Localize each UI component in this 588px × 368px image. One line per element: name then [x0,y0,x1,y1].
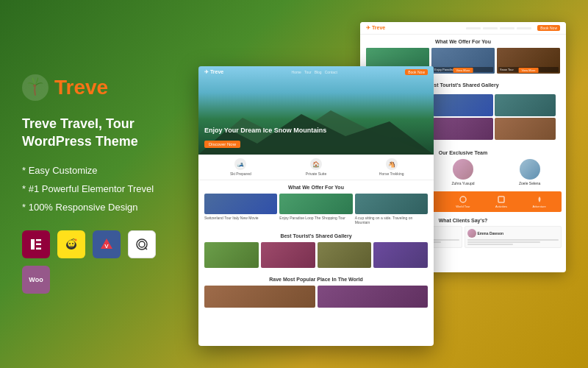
front-offer-cards: Switzerland Tour Italy New Movie Enjoy P… [204,194,428,224]
offer-card-3: Snow Tour View More [497,48,560,74]
features-list: * Easy Customize * #1 Powerful Elementor… [22,165,184,213]
svg-point-1 [33,85,36,88]
offer-card-2: Enjoy Paradise View More [431,48,495,74]
front-gallery-title: Best Tourist's Shared Gallery [204,233,428,238]
feat-horse: 🐴 Horse Trekking [355,158,428,176]
feat-private: 🏠 Private Suite [280,158,353,176]
feature-icon-5: Adventure [532,196,545,208]
front-hero-btn[interactable]: Discover Now [204,141,240,148]
svg-point-14 [139,241,145,247]
gallery-5 [433,118,494,140]
back-offer-title: What We Offer For You [366,39,560,44]
svg-point-7 [68,240,75,247]
svg-line-15 [145,247,147,250]
mailchimp-badge [57,230,85,258]
front-nav-logo: ✈ Treve [204,69,223,75]
front-offer-section: What We Offer For You Switzerland Tour I… [198,180,434,229]
screenshots-area: ✈ Treve Book Now What We Offer For You [198,22,566,346]
svg-point-9 [72,243,74,244]
back-screenshot-header: ✈ Treve Book Now [360,22,566,35]
offer-text-2: Enjoy Paradise Loop The Shopping Tour [279,216,352,220]
mailchimp-icon [63,236,79,252]
feature-label-4: Activities [495,205,507,208]
front-offer-3: A cup sitting on a side. Traveling on Mo… [355,194,428,224]
team-name-2: Zuhra Yusupd [431,181,495,185]
wpbakery-icon: V [99,237,114,252]
feature-2: * #1 Powerful Elementor Trevel [22,183,184,194]
plugin-icons: V Woo [22,230,184,294]
svg-rect-18 [498,197,504,202]
main-container: Treve Treve Travel, Tour WordPress Theme… [0,0,588,368]
gallery-3 [495,94,556,116]
qode-icon [135,237,149,252]
front-gallery-section: Best Tourist's Shared Gallery [198,229,434,272]
team-3: Zoele Selena [498,159,562,185]
front-gal-1 [204,242,259,268]
screenshot-front: ✈ Treve Home Tour Blog Contact Book Now … [198,66,434,346]
front-nav: ✈ Treve Home Tour Blog Contact Book Now [198,69,434,75]
elementor-icon [29,237,43,252]
front-popular-title: Rave Most Popular Place In The World [204,277,428,282]
gallery-2 [433,94,494,116]
feature-3: * 100% Responsive Design [22,202,184,213]
front-hero: ✈ Treve Home Tour Blog Contact Book Now … [198,66,434,155]
front-offer-title: What We Offer For You [204,185,428,190]
theme-title: Treve Travel, Tour WordPress Theme [22,116,184,150]
popular-1 [204,286,315,308]
svg-text:V: V [104,243,109,250]
feature-1: * Easy Customize [22,165,184,176]
woocommerce-badge: Woo [22,266,50,294]
elementor-badge [22,230,50,258]
svg-point-17 [460,197,466,202]
svg-point-8 [69,243,71,244]
feat-ski: 🎿 Ski Prepared [204,158,277,176]
front-hero-text: Enjoy Your Dream Ice Snow Mountains [204,127,428,135]
feature-label-3: World Tour [456,205,470,208]
popular-2 [318,286,429,308]
svg-rect-3 [36,239,41,241]
woo-label: Woo [29,276,43,283]
gallery-6 [495,118,556,140]
front-offer-2: Enjoy Paradise Loop The Shopping Tour [279,194,352,224]
offer-text-3: A cup sitting on a side. Traveling on Mo… [355,216,428,224]
svg-rect-5 [36,247,41,250]
front-gal-4 [373,242,428,268]
back-logo: ✈ Treve [366,25,385,31]
front-book-btn[interactable]: Book Now [405,69,428,75]
palm-tree-icon [22,74,49,101]
wpbakery-badge: V [93,230,121,258]
logo-area: Treve [22,74,184,101]
front-popular-cards [204,286,428,308]
svg-rect-4 [36,243,41,245]
svg-point-10 [75,238,77,241]
front-hero-content: Enjoy Your Dream Ice Snow Mountains Disc… [204,127,428,149]
qode-badge [128,230,156,258]
feature-icon-3: World Tour [456,196,470,208]
front-offer-1: Switzerland Tour Italy New Movie [204,194,277,224]
svg-rect-2 [31,239,35,250]
front-feature-icons: 🎿 Ski Prepared 🏠 Private Suite 🐴 Horse T… [198,155,434,180]
logo-text: Treve [54,76,108,99]
feature-label-5: Adventure [532,205,545,208]
team-2: Zuhra Yusupd [431,159,495,185]
testimonial-2: Emma Dawson [465,226,562,248]
offer-text-1: Switzerland Tour Italy New Movie [204,216,277,220]
front-gal-2 [261,242,315,268]
left-panel: Treve Treve Travel, Tour WordPress Theme… [22,74,184,294]
feature-icon-4: Activities [495,196,507,208]
front-gal-3 [318,242,372,268]
front-nav-menu: Home Tour Blog Contact [292,70,337,74]
team-name-3: Zoele Selena [498,181,562,185]
front-popular-section: Rave Most Popular Place In The World [198,272,434,312]
front-gallery-row [204,242,428,268]
